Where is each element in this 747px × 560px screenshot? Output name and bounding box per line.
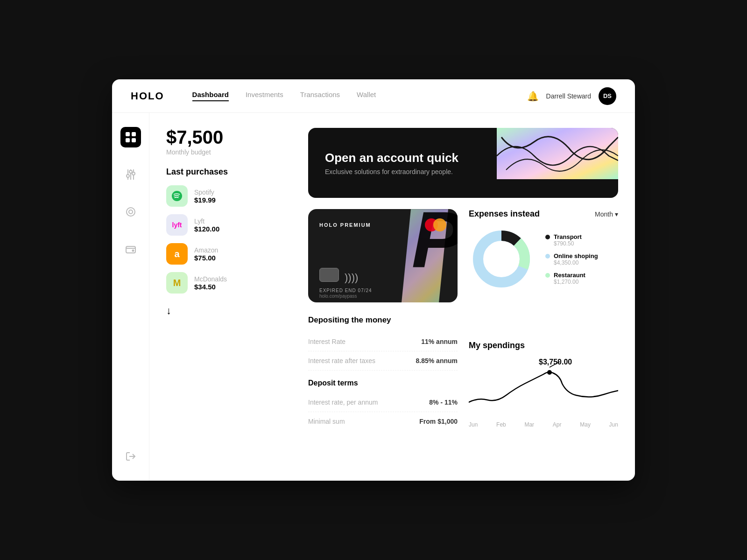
purchase-amount-amazon: $75.00 [194,254,218,262]
deposit-terms-title: Deposit terms [308,379,458,387]
promo-text: Open an account quick Exclusive solution… [325,151,458,175]
terms-row-2: Minimal sum From $1,000 [308,412,458,431]
purchase-name-lyft: Lyft [194,217,219,225]
legend-item-restaurant: Restaraunt $1,270.00 [545,272,598,285]
left-column: $7,500 Monthly budget Last purchases [166,128,297,466]
x-axis-labels: Jun Feb Mar Apr May Jun [469,421,618,428]
header-right: 🔔 Darrell Steward DS [527,87,616,105]
deposit-value-1: 11% annum [421,338,458,345]
purchase-amount-lyft: $120.00 [194,225,219,233]
sidebar-icon-circle[interactable] [120,202,141,222]
terms-value-2: From $1,000 [419,418,458,425]
svg-point-10 [132,172,135,175]
legend-item-online: Online shoping $4,350.00 [545,252,598,266]
donut-container: Transport $790.50 Online shoping $4,350.… [469,226,618,292]
main-nav: Dashboard Investments Transactions Walle… [192,91,527,101]
promo-decoration [497,128,618,179]
avatar[interactable]: DS [599,87,616,105]
purchase-item-amazon: a Amazon $75.00 [166,243,288,265]
terms-label-1: Interest rate, per annum [308,399,378,406]
terms-row-1: Interest rate, per annum 8% - 11% [308,393,458,412]
svg-point-14 [129,210,133,214]
expenses-legend: Transport $790.50 Online shoping $4,350.… [545,233,598,285]
nav-investments[interactable]: Investments [246,91,283,101]
nav-dashboard[interactable]: Dashboard [192,91,229,101]
legend-item-transport: Transport $790.50 [545,233,598,247]
card-chip [319,268,339,282]
notification-icon[interactable]: 🔔 [527,91,539,102]
purchase-name-spotify: Spotify [194,189,216,196]
spendings-title: My spendings [469,341,618,350]
purchase-info-lyft: Lyft $120.00 [194,217,219,233]
legend-text-transport: Transport $790.50 [554,233,582,247]
terms-value-1: 8% - 11% [429,399,458,406]
svg-point-18 [172,191,182,201]
purchase-icon-amazon: a [166,243,188,265]
purchase-icon-spotify [166,185,188,207]
line-chart: $3,750.00 [469,358,618,419]
promo-title: Open an account quick [325,151,458,165]
purchase-amount-mcdonalds: $34.50 [194,283,227,291]
purchase-amount-spotify: $19.99 [194,196,216,204]
purchase-item-lyft: lyft Lyft $120.00 [166,214,288,236]
sidebar-icon-wallet[interactable] [120,239,141,259]
deposit-label-2: Interest rate after taxes [308,357,375,364]
purchase-name-amazon: Amazon [194,246,218,254]
mastercard-right-circle [433,218,446,231]
svg-point-4 [129,170,132,173]
deposit-title: Depositing the money [308,315,458,325]
purchase-name-mcdonalds: McDonalds [194,275,227,283]
svg-rect-0 [126,132,130,136]
legend-dot-restaurant [545,273,550,278]
terms-label-2: Minimal sum [308,418,345,425]
deposit-section: Depositing the money Interest Rate 11% a… [308,315,458,431]
sidebar-icon-grid[interactable] [120,127,141,147]
more-arrow[interactable]: ↓ [166,305,171,317]
spendings-area: My spendings $3,750.00 Jun Feb Mar Apr [469,341,618,466]
legend-text-online: Online shoping $4,350.00 [554,252,598,266]
donut-chart [469,226,534,292]
deposit-value-2: 8.85% annum [416,357,458,364]
svg-point-24 [547,370,552,375]
expenses-area: Expenses instead Month ▾ [469,209,618,329]
card-brand: HOLO PREMIUM [319,222,371,228]
budget-label: Monthly budget [166,148,288,156]
budget-amount: $7,500 [166,128,288,147]
legend-text-restaurant: Restaraunt $1,270.00 [554,272,585,285]
chip-body [319,268,339,282]
svg-rect-15 [126,246,135,253]
svg-rect-1 [132,132,136,136]
sidebar-icon-sliders[interactable] [120,164,141,185]
card-url: holo.com/paypass [319,294,357,299]
promo-subtitle: Exclusive solutions for extraordinary pe… [325,168,458,175]
nav-wallet[interactable]: Wallet [357,91,376,101]
purchase-icon-lyft: lyft [166,214,188,236]
nav-transactions[interactable]: Transactions [300,91,340,101]
sidebar-icon-logout[interactable] [120,446,141,467]
expenses-header: Expenses instead Month ▾ [469,209,618,219]
purchase-item-spotify: Spotify $19.99 [166,185,288,207]
sidebar [112,113,149,481]
deposit-label-1: Interest Rate [308,338,345,345]
user-name: Darrell Steward [546,92,591,100]
purchase-info-spotify: Spotify $19.99 [194,189,216,204]
logo: HOLO [131,90,164,102]
purchase-item-mcdonalds: M McDonalds $34.50 [166,272,288,294]
deposit-row-2: Interest rate after taxes 8.85% annum [308,351,458,371]
legend-dot-online [545,254,550,259]
chart-peak-amount: $3,750.00 [539,358,572,366]
legend-dot-transport [545,235,550,239]
card-expiry: EXPIRED END 07/24 [319,288,372,293]
svg-rect-3 [132,138,136,142]
main-content: $7,500 Monthly budget Last purchases [112,113,635,481]
svg-point-13 [127,208,135,216]
month-select[interactable]: Month ▾ [595,210,618,218]
svg-point-7 [127,175,129,177]
card-area: HOLO PREMIUM )))) EXPIRED END 07/24 holo… [308,209,458,466]
expenses-title: Expenses instead [469,209,540,219]
app-window: HOLO Dashboard Investments Transactions … [112,79,635,481]
deposit-row-1: Interest Rate 11% annum [308,332,458,351]
purchase-info-mcdonalds: McDonalds $34.50 [194,275,227,291]
purchase-icon-mcdonalds: M [166,272,188,294]
svg-point-23 [484,241,519,277]
